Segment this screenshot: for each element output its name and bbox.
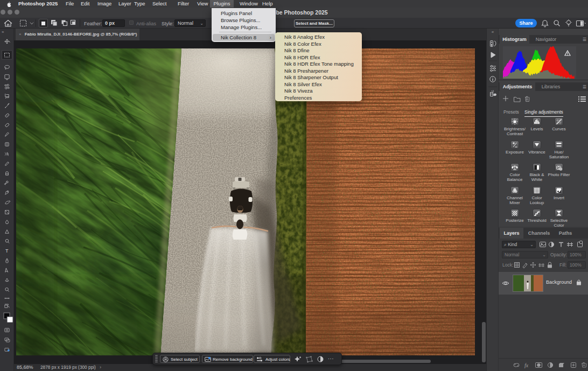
svg-text:fx: fx <box>524 362 529 368</box>
svg-text:T: T <box>5 248 9 254</box>
